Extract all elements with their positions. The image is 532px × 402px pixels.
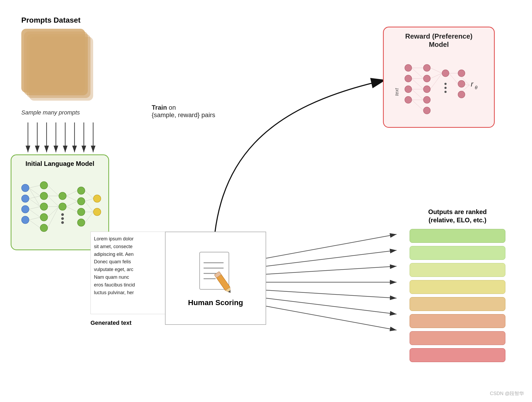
human-scoring-icon bbox=[194, 249, 237, 295]
svg-point-19 bbox=[22, 206, 29, 213]
svg-line-89 bbox=[430, 73, 442, 79]
reward-model-title: Reward (Preference) Model bbox=[389, 32, 489, 49]
svg-line-37 bbox=[29, 185, 40, 188]
svg-point-75 bbox=[458, 70, 465, 77]
rank-bar bbox=[410, 297, 505, 311]
svg-line-81 bbox=[412, 68, 423, 79]
svg-line-42 bbox=[29, 207, 40, 209]
sample-label: Sample many prompts bbox=[21, 109, 80, 116]
prompts-dataset-section: Prompts Dataset bbox=[21, 16, 90, 98]
svg-point-35 bbox=[93, 195, 101, 202]
svg-point-30 bbox=[61, 221, 64, 224]
rank-bars-container bbox=[410, 229, 505, 362]
rank-bar bbox=[410, 229, 505, 243]
lang-model-title: Initial Language Model bbox=[16, 160, 104, 167]
rank-bar bbox=[410, 263, 505, 277]
svg-point-27 bbox=[59, 203, 66, 210]
svg-line-48 bbox=[48, 196, 59, 207]
svg-text:text: text bbox=[394, 88, 399, 96]
reward-model-nn: text bbox=[394, 52, 484, 124]
svg-line-15 bbox=[266, 298, 397, 314]
svg-line-38 bbox=[29, 188, 40, 196]
svg-point-77 bbox=[458, 91, 465, 98]
svg-line-53 bbox=[66, 196, 77, 201]
generated-text-content: Lorem ipsum dolor sit amet, consecte adi… bbox=[94, 236, 135, 295]
svg-point-67 bbox=[423, 75, 430, 82]
svg-line-43 bbox=[29, 209, 40, 217]
rank-bar bbox=[410, 348, 505, 362]
svg-point-36 bbox=[93, 208, 101, 216]
rank-bar bbox=[410, 331, 505, 345]
svg-point-68 bbox=[423, 86, 430, 93]
ranked-title: Outputs are ranked (relative, ELO, etc.) bbox=[410, 208, 505, 224]
rank-bar bbox=[410, 314, 505, 328]
svg-point-26 bbox=[59, 192, 66, 200]
svg-text:θ: θ bbox=[475, 85, 477, 90]
svg-line-85 bbox=[412, 89, 423, 100]
svg-point-76 bbox=[458, 80, 465, 87]
svg-line-11 bbox=[266, 250, 397, 266]
svg-point-63 bbox=[405, 75, 412, 82]
svg-line-50 bbox=[48, 207, 59, 217]
svg-point-21 bbox=[40, 182, 48, 189]
svg-point-23 bbox=[40, 203, 48, 210]
svg-line-54 bbox=[66, 201, 77, 207]
svg-point-66 bbox=[423, 64, 430, 71]
svg-point-22 bbox=[40, 192, 48, 200]
svg-line-40 bbox=[29, 196, 40, 199]
svg-point-24 bbox=[40, 214, 48, 221]
rank-bar bbox=[410, 280, 505, 294]
svg-line-12 bbox=[266, 266, 397, 274]
svg-point-20 bbox=[22, 216, 29, 224]
svg-point-33 bbox=[77, 208, 85, 216]
svg-line-41 bbox=[29, 199, 40, 207]
watermark: CSDN @段智华 bbox=[490, 390, 524, 397]
main-container: Prompts Dataset Sample many prompts Init… bbox=[0, 0, 532, 402]
svg-line-10 bbox=[266, 234, 397, 258]
svg-point-65 bbox=[405, 96, 412, 103]
svg-line-88 bbox=[430, 68, 442, 73]
train-label: Train on{sample, reward} pairs bbox=[152, 104, 215, 119]
ranked-outputs-section: Outputs are ranked (relative, ELO, etc.) bbox=[410, 208, 505, 365]
svg-line-46 bbox=[48, 185, 59, 196]
svg-point-32 bbox=[77, 198, 85, 205]
svg-line-58 bbox=[85, 201, 93, 212]
svg-point-64 bbox=[405, 86, 412, 93]
svg-line-44 bbox=[29, 217, 40, 220]
svg-text:r: r bbox=[471, 80, 474, 88]
svg-point-17 bbox=[22, 184, 29, 192]
lang-model-nn-svg bbox=[17, 171, 102, 240]
svg-point-72 bbox=[444, 87, 447, 89]
prompts-dataset-title: Prompts Dataset bbox=[21, 16, 90, 24]
svg-point-62 bbox=[405, 64, 412, 71]
svg-line-16 bbox=[266, 306, 397, 330]
svg-line-55 bbox=[66, 207, 77, 212]
stacked-cards bbox=[21, 29, 90, 98]
svg-point-70 bbox=[423, 107, 430, 114]
svg-line-83 bbox=[412, 79, 423, 89]
generated-text-box: Lorem ipsum dolor sit amet, consecte adi… bbox=[90, 232, 173, 314]
svg-point-25 bbox=[40, 224, 48, 232]
svg-point-31 bbox=[77, 187, 85, 194]
svg-line-52 bbox=[66, 191, 77, 196]
svg-point-73 bbox=[444, 91, 447, 93]
reward-nn-svg: text bbox=[394, 52, 484, 121]
svg-line-90 bbox=[430, 73, 442, 89]
svg-point-71 bbox=[444, 83, 447, 85]
human-scoring-title: Human Scoring bbox=[188, 298, 243, 307]
svg-line-57 bbox=[85, 199, 93, 201]
reward-model-box: Reward (Preference) Model text bbox=[383, 27, 495, 128]
human-scoring-box: Human Scoring bbox=[165, 232, 266, 325]
svg-point-28 bbox=[61, 213, 64, 216]
svg-line-14 bbox=[266, 290, 397, 298]
svg-line-92 bbox=[449, 73, 458, 84]
svg-point-29 bbox=[61, 217, 64, 220]
svg-line-56 bbox=[85, 191, 93, 199]
svg-point-34 bbox=[77, 219, 85, 226]
svg-line-45 bbox=[29, 220, 40, 228]
svg-point-69 bbox=[423, 96, 430, 103]
card-layer-4 bbox=[21, 29, 85, 93]
svg-line-87 bbox=[412, 100, 423, 110]
lang-model-nn bbox=[17, 171, 102, 240]
rank-bar bbox=[410, 246, 505, 260]
